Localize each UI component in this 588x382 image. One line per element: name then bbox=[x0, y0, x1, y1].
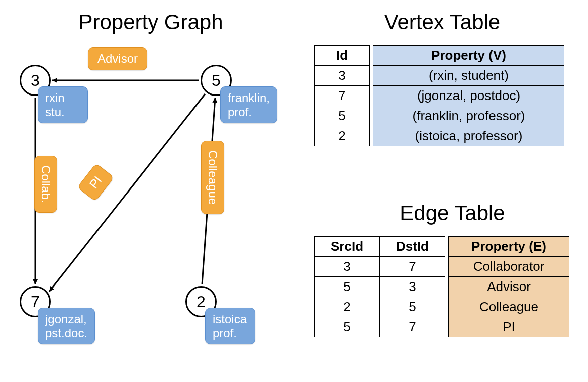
vertex-table-cell: (rxin, student) bbox=[373, 66, 564, 86]
edge-label-colleague: Colleague bbox=[201, 141, 224, 214]
vertex-label-line: rxin bbox=[45, 91, 65, 105]
edge-table-header-prop: Property (E) bbox=[449, 237, 569, 257]
vertex-label-line: prof. bbox=[213, 326, 237, 340]
vertex-table: Id 3 7 5 2 Property (V) (rxin, student) … bbox=[314, 45, 564, 146]
vertex-id: 7 bbox=[31, 293, 40, 311]
edge-table-cell: 3 bbox=[380, 277, 445, 297]
vertex-label-line: franklin, bbox=[228, 91, 270, 105]
edge-table-title: Edge Table bbox=[352, 201, 553, 225]
vertex-table-cell: 2 bbox=[315, 126, 370, 146]
vertex-table-ids: Id 3 7 5 2 bbox=[314, 45, 370, 146]
edge-table-ids: SrcId DstId 37 53 25 57 bbox=[314, 236, 445, 337]
vertex-table-title: Vertex Table bbox=[342, 10, 543, 34]
edge-table-cell: 5 bbox=[315, 317, 380, 337]
svg-line-2 bbox=[49, 94, 205, 292]
vertex-3-label: rxin stu. bbox=[38, 86, 88, 123]
vertex-table-header-id: Id bbox=[315, 46, 370, 66]
edge-table-props: Property (E) Collaborator Advisor Collea… bbox=[448, 236, 569, 337]
vertex-id: 2 bbox=[197, 293, 206, 311]
vertex-7-label: jgonzal, pst.doc. bbox=[38, 308, 95, 344]
edge-table-cell: Advisor bbox=[449, 277, 569, 297]
property-graph: 3 5 7 2 rxin stu. franklin, prof. jgonza… bbox=[10, 50, 291, 372]
vertex-label-line: jgonzal, bbox=[45, 312, 87, 326]
edge-table-cell: 7 bbox=[380, 317, 445, 337]
edge-table: SrcId DstId 37 53 25 57 Property (E) Col… bbox=[314, 236, 569, 337]
edge-table-header-src: SrcId bbox=[315, 237, 380, 257]
property-graph-title: Property Graph bbox=[50, 10, 251, 34]
vertex-table-cell: 5 bbox=[315, 106, 370, 126]
edge-label-advisor: Advisor bbox=[88, 47, 147, 70]
edge-table-cell: Colleague bbox=[449, 297, 569, 317]
edge-table-cell: Collaborator bbox=[449, 257, 569, 277]
vertex-table-cell: (franklin, professor) bbox=[373, 106, 564, 126]
edge-table-cell: 2 bbox=[315, 297, 380, 317]
vertex-label-line: istoica bbox=[213, 312, 247, 326]
vertex-table-header-prop: Property (V) bbox=[373, 46, 564, 66]
edge-table-cell: 7 bbox=[380, 257, 445, 277]
vertex-5-label: franklin, prof. bbox=[220, 86, 277, 123]
edge-table-cell: 5 bbox=[315, 277, 380, 297]
vertex-2-label: istoica prof. bbox=[205, 308, 255, 344]
edge-table-cell: PI bbox=[449, 317, 569, 337]
vertex-label-line: prof. bbox=[228, 105, 252, 119]
vertex-id: 5 bbox=[212, 71, 221, 90]
vertex-label-line: pst.doc. bbox=[45, 326, 87, 340]
vertex-table-cell: (istoica, professor) bbox=[373, 126, 564, 146]
edge-table-cell: 3 bbox=[315, 257, 380, 277]
vertex-label-line: stu. bbox=[45, 105, 65, 119]
edge-table-cell: 5 bbox=[380, 297, 445, 317]
vertex-table-props: Property (V) (rxin, student) (jgonzal, p… bbox=[373, 45, 564, 146]
vertex-table-cell: 3 bbox=[315, 66, 370, 86]
vertex-table-cell: 7 bbox=[315, 86, 370, 106]
edge-table-header-dst: DstId bbox=[380, 237, 445, 257]
edge-label-collab: Collab. bbox=[34, 156, 57, 213]
vertex-table-cell: (jgonzal, postdoc) bbox=[373, 86, 564, 106]
vertex-id: 3 bbox=[31, 71, 40, 90]
